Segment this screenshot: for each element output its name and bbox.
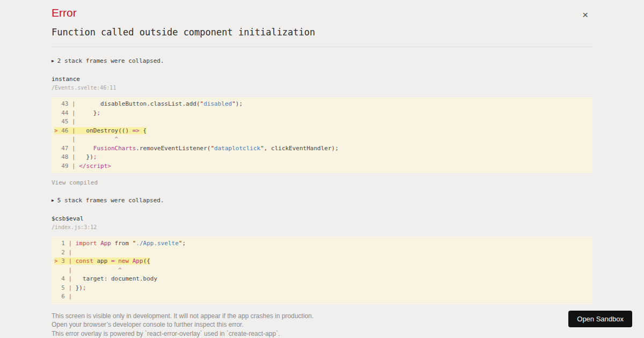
divider xyxy=(52,47,592,47)
dev-note-line: This screen is visible only in developme… xyxy=(52,312,592,321)
code-line: > 3 | const app = new App({ xyxy=(54,257,590,266)
code-line: 6 | xyxy=(54,292,590,302)
code-line: 47 | FusionCharts.removeEventListener("d… xyxy=(54,144,590,153)
code-frame-events-svelte: 43 | disableButton.classList.add("disabl… xyxy=(52,97,592,173)
code-line: 48 | }); xyxy=(54,153,590,162)
code-line: | ^ xyxy=(54,266,590,275)
dev-note-line: This error overlay is powered by `react-… xyxy=(52,329,592,338)
code-line: 43 | disableButton.classList.add("disabl… xyxy=(54,100,590,109)
code-line: | ^ xyxy=(54,135,590,144)
error-message: Function called outside component initia… xyxy=(52,26,592,38)
triangle-right-icon: ▶ xyxy=(52,196,54,205)
close-icon[interactable]: × xyxy=(582,10,588,20)
frame-function-name: $csb$eval xyxy=(52,215,592,223)
code-line: 2 | xyxy=(54,248,590,258)
collapsed-frames-label: 2 stack frames were collapsed. xyxy=(57,56,164,65)
code-line: 49 | </script> xyxy=(54,162,590,171)
code-line: 44 | }; xyxy=(54,109,590,118)
code-line: 5 | }); xyxy=(54,284,590,293)
error-title: Error xyxy=(52,6,77,19)
open-sandbox-button[interactable]: Open Sandbox xyxy=(568,311,632,327)
frame-location: /index.js:3:12 xyxy=(52,224,592,231)
code-line: 4 | target: document.body xyxy=(54,275,590,284)
frame-function-name: instance xyxy=(52,75,592,83)
code-line: 45 | xyxy=(54,117,590,127)
code-line: > 46 | onDestroy(() => { xyxy=(54,127,590,136)
frame-location: /Events.svelte:46:11 xyxy=(52,85,592,91)
error-overlay: Error × Function called outside componen… xyxy=(0,0,644,338)
triangle-right-icon: ▶ xyxy=(52,56,54,65)
collapsed-frames-toggle-2[interactable]: ▶ 5 stack frames were collapsed. xyxy=(52,196,592,205)
collapsed-frames-label: 5 stack frames were collapsed. xyxy=(57,196,164,205)
dev-mode-notes: This screen is visible only in developme… xyxy=(52,312,592,338)
dev-note-line: Open your browser’s developer console to… xyxy=(52,320,592,329)
collapsed-frames-toggle-1[interactable]: ▶ 2 stack frames were collapsed. xyxy=(52,56,592,65)
code-line: 1 | import App from "./App.svelte"; xyxy=(54,239,590,248)
code-frame-index-js: 1 | import App from "./App.svelte"; 2 | … xyxy=(52,237,592,304)
overlay-header: Error × xyxy=(52,0,592,20)
view-compiled-link[interactable]: View compiled xyxy=(52,178,592,187)
